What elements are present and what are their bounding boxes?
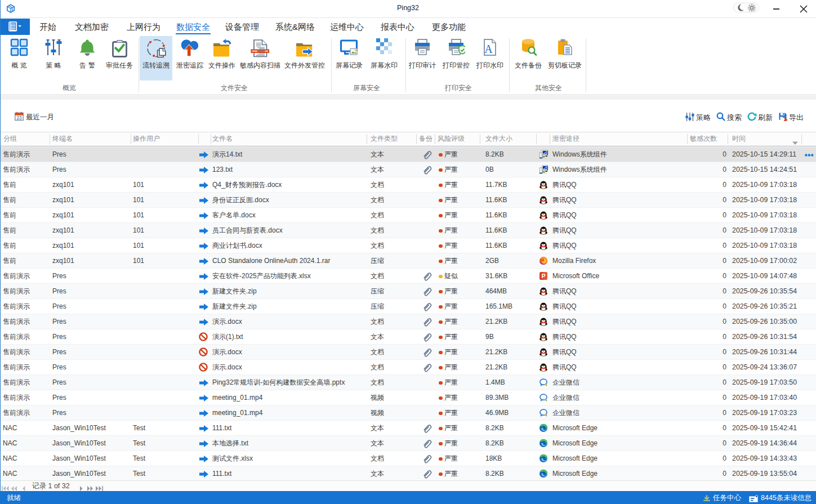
svg-text:23: 23 — [16, 115, 22, 121]
svg-text:P: P — [542, 273, 546, 279]
svg-text:A: A — [484, 43, 493, 55]
